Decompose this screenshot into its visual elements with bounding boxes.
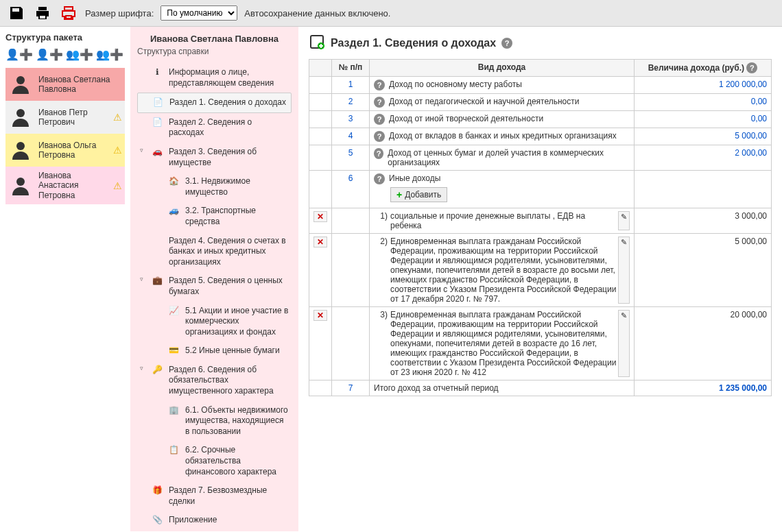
delete-button[interactable]: ✕	[313, 237, 327, 247]
person-avatar-icon	[8, 72, 33, 97]
subrow-number: 1)	[374, 211, 388, 230]
nav-item-label: 3.1. Недвижимое имущество	[185, 176, 289, 197]
nav-item-label: 3.2. Транспортные средства	[185, 206, 289, 227]
table-row: 2 ?Доход от педагогической и научной дея…	[309, 94, 772, 111]
subrow-number: 2)	[374, 237, 388, 304]
person-card[interactable]: Иванова Анастасия Петровна ⚠	[5, 167, 125, 204]
nav-item-label: Раздел 7. Безвозмездные сделки	[169, 485, 289, 507]
nav-item-icon: 🎁	[151, 485, 163, 496]
th-type: Вид дохода	[370, 60, 635, 77]
row-help-icon[interactable]: ?	[374, 114, 385, 125]
row-help-icon[interactable]: ?	[374, 80, 385, 90]
sidebar-title: Структура пакета	[5, 32, 125, 43]
nav-item-label: Раздел 2. Сведения о расходах	[169, 117, 289, 138]
content-title: Раздел 1. Сведения о доходах	[331, 37, 496, 49]
delete-button[interactable]: ✕	[313, 310, 327, 321]
table-row: 1 ?Доход по основному месту работы 1 200…	[309, 77, 772, 94]
nav-item-icon: 📎	[151, 515, 163, 526]
nav-item[interactable]: 📎 Приложение	[137, 511, 292, 530]
nav-item-icon: ℹ	[151, 67, 163, 78]
sidebar-people-actions: 👤➕ 👤➕ 👥➕ 👥➕	[5, 48, 125, 61]
person-card[interactable]: Иванова Светлана Павловна	[5, 68, 125, 101]
nav-item[interactable]: 📄 Раздел 1. Сведения о доходах	[137, 93, 292, 113]
svg-point-3	[16, 178, 25, 186]
table-row: 3 ?Доход от иной творческой деятельности…	[309, 111, 772, 128]
row-help-icon[interactable]: ?	[374, 173, 385, 184]
nav-item[interactable]: ▿ 🚗 Раздел 3. Сведения об имуществе	[137, 143, 292, 172]
row-number: 1	[332, 77, 370, 94]
nav-item-icon: 💳	[167, 346, 180, 356]
row-help-icon[interactable]: ?	[374, 97, 385, 108]
nav-item[interactable]: 📄 Раздел 2. Сведения о расходах	[137, 113, 292, 143]
row-help-icon[interactable]: ?	[374, 148, 383, 159]
income-amount[interactable]: 0,00	[751, 97, 767, 106]
income-amount[interactable]: 5 000,00	[735, 131, 767, 141]
subrow-amount: 20 000,00	[635, 307, 772, 380]
expand-icon: ▿	[140, 365, 145, 373]
income-table: № п/п Вид дохода Величина дохода (руб.) …	[309, 59, 772, 396]
income-amount[interactable]: 0,00	[751, 114, 767, 123]
row-help-icon[interactable]: ?	[374, 131, 385, 142]
nav-item[interactable]: 🏠 3.1. Недвижимое имущество	[137, 172, 292, 202]
edit-button[interactable]: ✎	[618, 237, 630, 304]
row-number: 6	[332, 171, 370, 208]
nav-item-label: Раздел 4. Сведения о счетах в банках и и…	[169, 236, 289, 268]
nav-item[interactable]: 📈 5.1 Акции и иное участие в коммерчески…	[137, 302, 292, 342]
nav-item-icon: 📄	[151, 117, 163, 128]
nav-item-label: Раздел 5. Сведения о ценных бумагах	[169, 276, 289, 297]
save-icon[interactable]	[7, 3, 26, 23]
toolbar: Размер шрифта: По умолчанию Автосохранен…	[0, 0, 782, 27]
person-card[interactable]: Иванова Ольга Петровна ⚠	[5, 134, 125, 167]
nav-item-label: 6.2. Срочные обязательства финансового х…	[185, 445, 289, 477]
table-subrow: ✕ 1)социальные и прочие денежные выплаты…	[309, 208, 772, 234]
income-amount[interactable]: 2 000,00	[735, 148, 767, 158]
nav-item-icon: 🏠	[167, 176, 180, 187]
income-type: Доход по основному месту работы	[389, 80, 522, 89]
print-red-icon[interactable]	[59, 3, 78, 23]
table-row: 5 ?Доход от ценных бумаг и долей участия…	[309, 145, 772, 171]
add-person-2-icon[interactable]: 👤➕	[36, 48, 63, 61]
subrow-number: 3)	[374, 310, 388, 377]
nav-item[interactable]: ℹ Информация о лице, представляющем свед…	[137, 63, 292, 93]
print-icon[interactable]	[33, 3, 52, 23]
nav-item[interactable]: Раздел 4. Сведения о счетах в банках и и…	[137, 232, 292, 272]
structure-person-name: Иванова Светлана Павловна	[137, 34, 292, 44]
nav-item[interactable]: ▿ 💼 Раздел 5. Сведения о ценных бумагах	[137, 271, 292, 301]
income-type: Доход от педагогической и научной деятел…	[389, 97, 579, 106]
sidebar-structure: Иванова Светлана Павловна Структура спра…	[130, 27, 298, 531]
nav-item-label: Раздел 3. Сведения об имуществе	[169, 147, 289, 168]
help-amount-icon[interactable]: ?	[746, 62, 757, 73]
help-icon[interactable]: ?	[501, 38, 512, 49]
nav-item[interactable]: 💳 5.2 Иные ценные бумаги	[137, 341, 292, 361]
person-card[interactable]: Иванов Петр Петрович ⚠	[5, 101, 125, 134]
table-row: 4 ?Доход от вкладов в банках и иных кред…	[309, 128, 772, 145]
nav-item-icon: 💼	[151, 276, 163, 287]
expand-icon: ▿	[140, 276, 145, 284]
person-avatar-icon	[8, 105, 33, 130]
section-icon	[309, 34, 325, 52]
add-person-1-icon[interactable]: 👤➕	[5, 48, 33, 61]
total-amount: 1 235 000,00	[719, 383, 767, 393]
person-name: Иванова Анастасия Петровна	[38, 171, 108, 200]
add-button[interactable]: +Добавить	[390, 187, 447, 202]
row-number: 5	[332, 145, 370, 171]
warning-icon: ⚠	[113, 180, 122, 191]
add-person-4-icon[interactable]: 👥➕	[96, 48, 123, 61]
nav-item-icon: 📋	[167, 445, 180, 456]
row-number: 3	[332, 111, 370, 128]
content-area: Раздел 1. Сведения о доходах ? № п/п Вид…	[298, 27, 782, 531]
nav-item[interactable]: 🏢 6.1. Объекты недвижимого имущества, на…	[137, 401, 292, 442]
table-total-row: 7 Итого доход за отчетный период 1 235 0…	[309, 380, 772, 396]
font-size-select[interactable]: По умолчанию	[161, 5, 237, 21]
nav-item[interactable]: ▿ 🔑 Раздел 6. Сведения об обязательствах…	[137, 361, 292, 401]
edit-button[interactable]: ✎	[618, 211, 630, 230]
add-person-3-icon[interactable]: 👥➕	[66, 48, 93, 61]
nav-item[interactable]: 📋 6.2. Срочные обязательства финансового…	[137, 441, 292, 481]
delete-button[interactable]: ✕	[313, 211, 327, 222]
nav-item[interactable]: 🚙 3.2. Транспортные средства	[137, 202, 292, 231]
edit-button[interactable]: ✎	[618, 310, 630, 377]
nav-item[interactable]: 🎁 Раздел 7. Безвозмездные сделки	[137, 481, 292, 511]
income-amount[interactable]: 1 200 000,00	[719, 80, 767, 89]
nav-item-label: Раздел 1. Сведения о доходах	[169, 97, 288, 108]
subrow-text: Единовременная выплата гражданам Российс…	[390, 310, 618, 377]
